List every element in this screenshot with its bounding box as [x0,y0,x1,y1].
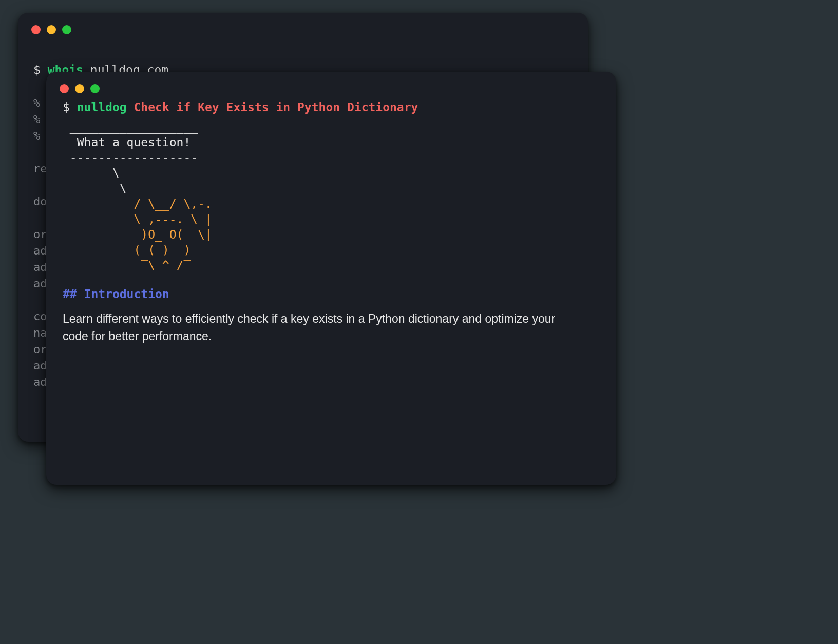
maximize-icon[interactable] [90,84,100,93]
command-name: nulldog [77,101,127,114]
minimize-icon[interactable] [75,84,84,93]
dog-tail-line: \ [63,166,120,180]
maximize-icon[interactable] [62,25,71,34]
close-icon[interactable] [60,84,69,93]
minimize-icon[interactable] [47,25,56,34]
speech-border-bottom: ------------------ [63,151,198,164]
dog-line: )O_ O( \| [63,228,212,241]
dog-line: ( (_) ) [63,243,191,257]
terminal-window-front: $ nulldog Check if Key Exists in Python … [46,72,616,485]
speech-border-top: __________________ [63,120,198,133]
dog-tail-line: \ [63,182,127,195]
prompt-symbol: $ [33,63,41,76]
terminal-output-front: $ nulldog Check if Key Exists in Python … [46,99,616,360]
dog-line: /‾\__/‾\,-. [63,197,212,210]
close-icon[interactable] [31,25,41,34]
article-title: Check if Key Exists in Python Dictionary [134,101,418,114]
titlebar-front [46,72,616,99]
dog-line: ‾\_^_/‾ [63,259,191,272]
titlebar-back [18,13,588,40]
dog-line: \ ,---. \ | [63,212,212,226]
speech-bubble: __________________ What a question! ----… [63,119,600,165]
front-prompt-line: $ nulldog Check if Key Exists in Python … [63,99,600,116]
ascii-dog-art: \ \ /‾\__/‾\,-. \ ,---. \ | )O_ O( \| ( … [63,165,600,273]
introduction-body: Learn different ways to efficiently chec… [63,310,581,345]
prompt-symbol: $ [63,101,70,114]
introduction-heading: ## Introduction [63,287,600,301]
speech-text: What a question! [63,135,191,149]
